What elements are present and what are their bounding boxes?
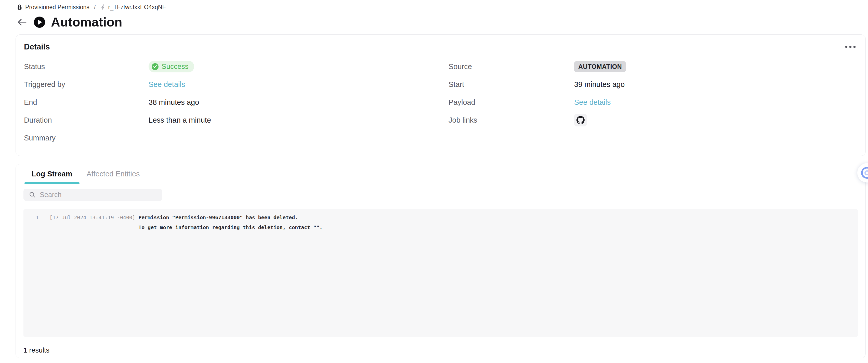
github-link-button[interactable] xyxy=(574,114,587,126)
detail-label: Payload xyxy=(448,98,574,107)
log-line-number: 1 xyxy=(24,213,46,222)
detail-label: Source xyxy=(448,62,574,71)
details-heading: Details xyxy=(24,42,50,52)
detail-label: Start xyxy=(448,80,574,89)
detail-row-status: Status Success xyxy=(24,58,448,75)
detail-label: Triggered by xyxy=(24,80,149,89)
bolt-icon xyxy=(100,4,105,10)
detail-label: End xyxy=(24,98,149,107)
page-title: Automation xyxy=(51,15,122,30)
tab-affected-entities[interactable]: Affected Entities xyxy=(80,164,147,184)
end-value: 38 minutes ago xyxy=(149,98,199,107)
detail-row-duration: Duration Less than a minute xyxy=(24,111,448,129)
search-input[interactable] xyxy=(39,191,160,199)
source-tag: AUTOMATION xyxy=(574,61,626,72)
tab-bar: Log Stream Affected Entities xyxy=(16,164,865,184)
detail-row-job-links: Job links xyxy=(448,111,857,129)
play-circle-icon xyxy=(34,16,45,28)
check-circle-icon xyxy=(152,63,158,70)
detail-row-payload: Payload See details xyxy=(448,93,857,111)
more-actions-button[interactable] xyxy=(843,42,857,52)
details-grid: Status Success Triggered by See details … xyxy=(24,58,857,147)
breadcrumb: Provisioned Permissions / r_TFztwrJxxEO4… xyxy=(17,4,166,11)
log-line: 1 [17 Jul 2024 13:41:19 -0400] Permissio… xyxy=(24,213,858,233)
log-message: Permission "Permission-9967133000" has b… xyxy=(138,213,858,222)
breadcrumb-separator: / xyxy=(94,4,96,11)
duration-value: Less than a minute xyxy=(149,116,211,124)
breadcrumb-current-label: r_TFztwrJxxEO4xqNF xyxy=(108,4,166,11)
payload-see-details-link[interactable]: See details xyxy=(574,98,611,107)
details-card: Details Status Success xyxy=(16,34,866,156)
detail-label: Status xyxy=(24,62,149,71)
breadcrumb-current[interactable]: r_TFztwrJxxEO4xqNF xyxy=(100,4,166,11)
detail-label: Duration xyxy=(24,116,149,124)
github-icon xyxy=(577,116,585,124)
detail-row-summary: Summary xyxy=(24,129,448,147)
results-count: 1 results xyxy=(24,346,858,354)
detail-row-source: Source AUTOMATION xyxy=(448,58,857,75)
log-stream-viewer[interactable]: 1 [17 Jul 2024 13:41:19 -0400] Permissio… xyxy=(24,209,858,337)
lock-icon xyxy=(17,4,23,10)
log-search[interactable] xyxy=(24,189,162,201)
breadcrumb-root-label: Provisioned Permissions xyxy=(25,4,89,11)
status-badge: Success xyxy=(149,61,194,72)
search-icon xyxy=(29,191,36,198)
log-message-continuation: To get more information regarding this d… xyxy=(138,222,858,233)
help-ring-icon xyxy=(861,167,868,179)
tab-log-stream[interactable]: Log Stream xyxy=(25,164,80,184)
start-value: 39 minutes ago xyxy=(574,80,625,89)
log-timestamp: [17 Jul 2024 13:41:19 -0400] xyxy=(50,213,135,222)
triggered-by-see-details-link[interactable]: See details xyxy=(149,80,185,89)
status-badge-label: Success xyxy=(162,62,189,71)
detail-row-triggered-by: Triggered by See details xyxy=(24,75,448,93)
page-header: Automation xyxy=(16,15,122,30)
detail-row-end: End 38 minutes ago xyxy=(24,93,448,111)
job-details-page: Provisioned Permissions / r_TFztwrJxxEO4… xyxy=(0,0,868,363)
back-button[interactable] xyxy=(16,16,28,28)
detail-label: Job links xyxy=(448,116,574,124)
breadcrumb-root[interactable]: Provisioned Permissions xyxy=(17,4,89,11)
detail-row-start: Start 39 minutes ago xyxy=(448,75,857,93)
log-card: Log Stream Affected Entities 1 [17 Jul 2… xyxy=(16,164,866,358)
ellipsis-icon xyxy=(845,46,856,49)
detail-label: Summary xyxy=(24,134,149,142)
arrow-left-icon xyxy=(18,18,27,26)
